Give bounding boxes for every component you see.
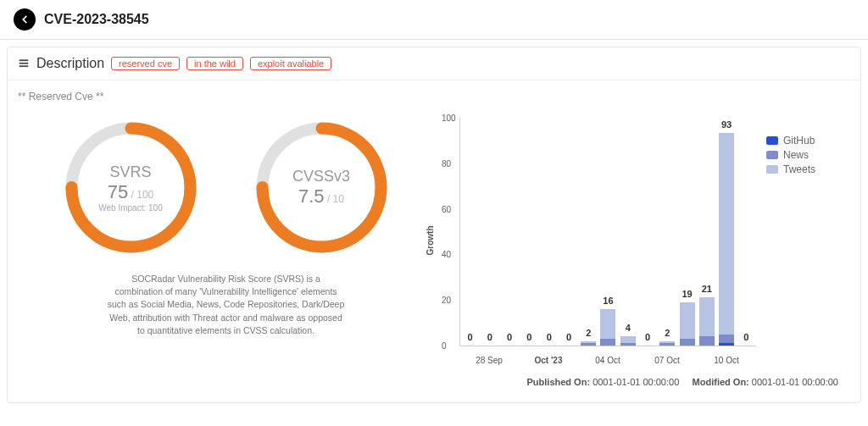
bar-column: 2 <box>659 341 675 346</box>
panel-head: Description reserved cve in the wild exp… <box>8 47 860 80</box>
legend-news: News <box>783 149 809 161</box>
gauges-section: SVRS 75 / 100 Web Impact: 100 CVSSv3 7.5 <box>18 109 434 337</box>
bar-column: 4 <box>620 336 636 346</box>
list-icon <box>18 58 30 69</box>
tag-in-the-wild: in the wild <box>186 57 243 70</box>
published-value: 0001-01-01 00:00:00 <box>593 377 679 387</box>
svrs-value: 75 <box>108 181 128 202</box>
legend-swatch-news <box>766 151 778 159</box>
svrs-sub: Web Impact: 100 <box>98 203 162 213</box>
bar-column: 16 <box>600 309 615 346</box>
svg-rect-0 <box>19 59 29 61</box>
bar-column: 19 <box>680 302 695 346</box>
svrs-gauge: SVRS 75 / 100 Web Impact: 100 <box>61 118 201 257</box>
cvss-gauge: CVSSv3 7.5 / 10 <box>252 118 392 257</box>
svrs-denom: / 100 <box>128 189 153 201</box>
legend-swatch-github <box>766 136 778 145</box>
published-label: Published On: <box>527 377 591 387</box>
modified-value: 0001-01-01 00:00:00 <box>752 377 838 387</box>
page-title: CVE-2023-38545 <box>44 12 149 27</box>
growth-chart: Growth 0000002164021921930 020406080100 … <box>434 109 756 372</box>
footer-dates: Published On: 0001-01-01 00:00:00 Modifi… <box>18 372 850 392</box>
page-header: CVE-2023-38545 <box>0 0 868 40</box>
tag-reserved: reserved cve <box>111 57 180 70</box>
svrs-title: SVRS <box>109 163 151 181</box>
svrs-description: SOCRadar Vulnerability Risk Score (SVRS)… <box>108 273 345 337</box>
cvss-title: CVSSv3 <box>292 168 350 185</box>
svg-rect-2 <box>19 65 29 67</box>
chart-ylabel: Growth <box>426 226 435 256</box>
panel-title: Description <box>36 56 104 71</box>
legend-tweets: Tweets <box>783 163 815 175</box>
cvss-value: 7.5 <box>298 185 325 207</box>
back-button[interactable] <box>14 8 36 30</box>
chart-area: Growth 0000002164021921930 020406080100 … <box>434 109 850 372</box>
cvss-denom: / 10 <box>325 193 344 205</box>
tag-exploit-available: exploit avaliable <box>250 57 331 70</box>
description-panel: Description reserved cve in the wild exp… <box>7 47 861 403</box>
bar-column: 2 <box>581 341 596 346</box>
bar-column: 93 <box>719 133 734 346</box>
svg-rect-1 <box>19 63 29 64</box>
legend-swatch-tweets <box>766 165 778 174</box>
reserved-label: ** Reserved Cve ** <box>18 91 850 102</box>
arrow-left-icon <box>19 14 31 25</box>
modified-label: Modified On: <box>693 377 749 387</box>
legend-github: GitHub <box>783 135 815 147</box>
bar-column: 21 <box>699 297 715 346</box>
chart-legend: GitHub News Tweets <box>766 135 815 178</box>
